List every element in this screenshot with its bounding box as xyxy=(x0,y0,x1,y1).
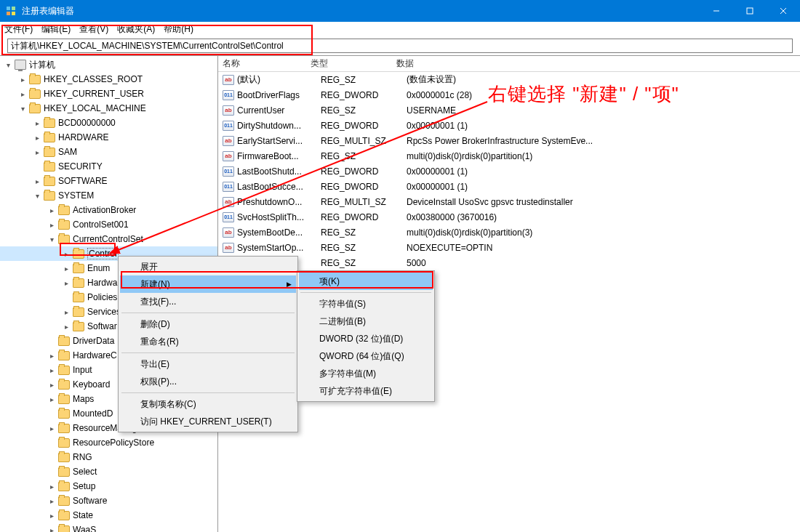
sub-key[interactable]: 项(K) xyxy=(299,273,433,290)
sub-qword[interactable]: QWORD (64 位)值(Q) xyxy=(299,347,433,365)
chevron-right-icon[interactable]: ▸ xyxy=(61,278,71,288)
value-name: EarlyStartServi... xyxy=(237,136,321,146)
chevron-right-icon[interactable]: ▸ xyxy=(47,379,57,390)
tree-hkcu[interactable]: ▸HKEY_CURRENT_USER xyxy=(0,86,217,101)
value-name: PreshutdownO... xyxy=(237,197,321,207)
ctx-goto-hkcu[interactable]: 访问 HKEY_CURRENT_USER(T) xyxy=(120,413,296,430)
value-type: REG_SZ xyxy=(321,151,407,161)
chevron-right-icon[interactable]: ▸ xyxy=(47,481,57,491)
ctx-expand[interactable]: 展开 xyxy=(120,258,296,275)
menu-favorites[interactable]: 收藏夹(A) xyxy=(117,23,155,36)
separator xyxy=(300,292,431,293)
ctx-permissions[interactable]: 权限(P)... xyxy=(120,373,296,390)
tree-item[interactable]: ▸SAM xyxy=(0,145,217,159)
chevron-right-icon[interactable]: ▸ xyxy=(17,74,28,84)
col-name[interactable]: 名称 xyxy=(218,57,306,70)
chevron-right-icon[interactable]: ▸ xyxy=(32,118,42,128)
tree-item[interactable]: SECURITY xyxy=(0,159,217,174)
ctx-rename[interactable]: 重命名(R) xyxy=(120,333,296,350)
chevron-right-icon[interactable]: ▸ xyxy=(47,205,57,215)
tree-hklm[interactable]: ▾HKEY_LOCAL_MACHINE xyxy=(0,101,217,116)
sub-expandstring[interactable]: 可扩充字符串值(E) xyxy=(299,382,433,400)
minimize-button[interactable] xyxy=(700,0,733,22)
ctx-copy-keyname[interactable]: 复制项名称(C) xyxy=(120,395,296,413)
chevron-right-icon[interactable]: ▸ xyxy=(17,89,28,99)
chevron-right-icon[interactable]: ▸ xyxy=(61,263,71,273)
chevron-right-icon[interactable]: ▸ xyxy=(61,249,71,259)
tree-item[interactable]: ▸Software xyxy=(0,493,217,508)
folder-icon xyxy=(58,438,70,448)
list-row[interactable]: abEarlyStartServi...REG_MULTI_SZRpcSs Po… xyxy=(218,133,800,148)
chevron-down-icon[interactable]: ▾ xyxy=(47,234,57,244)
folder-icon xyxy=(58,235,70,244)
tree-item[interactable]: ▸HARDWARE xyxy=(0,130,217,145)
value-type: REG_DWORD xyxy=(321,212,407,222)
chevron-right-icon[interactable]: ▸ xyxy=(32,147,42,157)
tree-root[interactable]: ▾计算机 xyxy=(0,57,217,72)
tree-item[interactable]: Select xyxy=(0,464,217,479)
tree-item[interactable]: ▸WaaS xyxy=(0,523,217,532)
list-row[interactable]: abFirmwareBoot...REG_SZmulti(0)disk(0)rd… xyxy=(218,148,800,164)
string-value-icon: ab xyxy=(223,151,234,161)
list-row[interactable]: 011DirtyShutdown...REG_DWORD0x00000001 (… xyxy=(218,118,800,133)
folder-icon xyxy=(44,133,55,142)
tree-item[interactable]: ▸ControlSet001 xyxy=(0,217,217,232)
chevron-right-icon[interactable]: ▸ xyxy=(32,176,42,186)
col-data[interactable]: 数据 xyxy=(392,57,800,70)
ctx-find[interactable]: 查找(F)... xyxy=(120,293,296,310)
svg-rect-5 xyxy=(747,8,753,14)
chevron-right-icon[interactable]: ▸ xyxy=(47,525,57,532)
list-row[interactable]: 011SvcHostSplitTh...REG_DWORD0x00380000 … xyxy=(218,209,800,225)
chevron-right-icon[interactable]: ▸ xyxy=(61,321,71,331)
tree-item[interactable]: ResourcePolicyStore xyxy=(0,435,217,450)
chevron-right-icon[interactable]: ▸ xyxy=(47,394,57,404)
list-row[interactable]: abREG_SZ5000 xyxy=(218,255,800,270)
address-input[interactable] xyxy=(7,39,793,53)
value-type: REG_MULTI_SZ xyxy=(321,197,407,207)
chevron-right-icon[interactable]: ▸ xyxy=(61,307,71,317)
tree-item[interactable]: ▸SOFTWARE xyxy=(0,174,217,188)
list-row[interactable]: 011LastBootSucce...REG_DWORD0x00000001 (… xyxy=(218,179,800,194)
chevron-right-icon[interactable]: ▸ xyxy=(32,132,42,142)
tree-item[interactable]: ▸BCD00000000 xyxy=(0,116,217,130)
list-row[interactable]: abPreshutdownO...REG_MULTI_SZDeviceInsta… xyxy=(218,194,800,209)
chevron-down-icon[interactable]: ▾ xyxy=(3,60,13,70)
ctx-new[interactable]: 新建(N)▶ xyxy=(120,275,296,293)
ctx-delete[interactable]: 删除(D) xyxy=(120,315,296,333)
menu-help[interactable]: 帮助(H) xyxy=(164,23,193,36)
menu-view[interactable]: 查看(V) xyxy=(79,23,108,36)
chevron-down-icon[interactable]: ▾ xyxy=(17,103,28,113)
chevron-right-icon[interactable]: ▸ xyxy=(47,219,57,230)
list-row[interactable]: abCurrentUserREG_SZUSERNAME xyxy=(218,102,800,118)
maximize-button[interactable] xyxy=(733,0,767,22)
chevron-right-icon[interactable]: ▸ xyxy=(47,423,57,433)
sub-string[interactable]: 字符串值(S) xyxy=(299,295,433,313)
tree-item[interactable]: ▸ActivationBroker xyxy=(0,203,217,217)
col-type[interactable]: 类型 xyxy=(306,57,392,70)
menu-file[interactable]: 文件(F) xyxy=(4,23,33,36)
close-button[interactable] xyxy=(767,0,800,22)
value-name: SystemBootDe... xyxy=(237,227,321,238)
list-row[interactable]: abSystemBootDe...REG_SZmulti(0)disk(0)rd… xyxy=(218,225,800,240)
sub-multistring[interactable]: 多字符串值(M) xyxy=(299,365,433,382)
list-row[interactable]: 011LastBootShutd...REG_DWORD0x00000001 (… xyxy=(218,164,800,179)
chevron-down-icon[interactable]: ▾ xyxy=(32,190,42,201)
chevron-right-icon[interactable]: ▸ xyxy=(47,350,57,360)
chevron-right-icon[interactable]: ▸ xyxy=(47,510,57,520)
tree-ccs[interactable]: ▾CurrentControlSet xyxy=(0,232,217,246)
sub-dword[interactable]: DWORD (32 位)值(D) xyxy=(299,330,433,347)
sub-binary[interactable]: 二进制值(B) xyxy=(299,313,433,330)
titlebar: 注册表编辑器 xyxy=(0,0,800,22)
menu-edit[interactable]: 编辑(E) xyxy=(41,23,71,36)
chevron-right-icon[interactable]: ▸ xyxy=(47,365,57,375)
tree-item[interactable]: RNG xyxy=(0,450,217,464)
list-row[interactable]: abSystemStartOp...REG_SZ NOEXECUTE=OPTIN xyxy=(218,240,800,255)
list-row[interactable]: 011BootDriverFlagsREG_DWORD0x0000001c (2… xyxy=(218,87,800,102)
tree-item[interactable]: ▸State xyxy=(0,508,217,523)
tree-item[interactable]: ▸Setup xyxy=(0,479,217,493)
list-row[interactable]: ab(默认)REG_SZ(数值未设置) xyxy=(218,72,800,87)
tree-system[interactable]: ▾SYSTEM xyxy=(0,188,217,203)
tree-hkcr[interactable]: ▸HKEY_CLASSES_ROOT xyxy=(0,72,217,86)
chevron-right-icon[interactable]: ▸ xyxy=(47,496,57,506)
ctx-export[interactable]: 导出(E) xyxy=(120,355,296,373)
